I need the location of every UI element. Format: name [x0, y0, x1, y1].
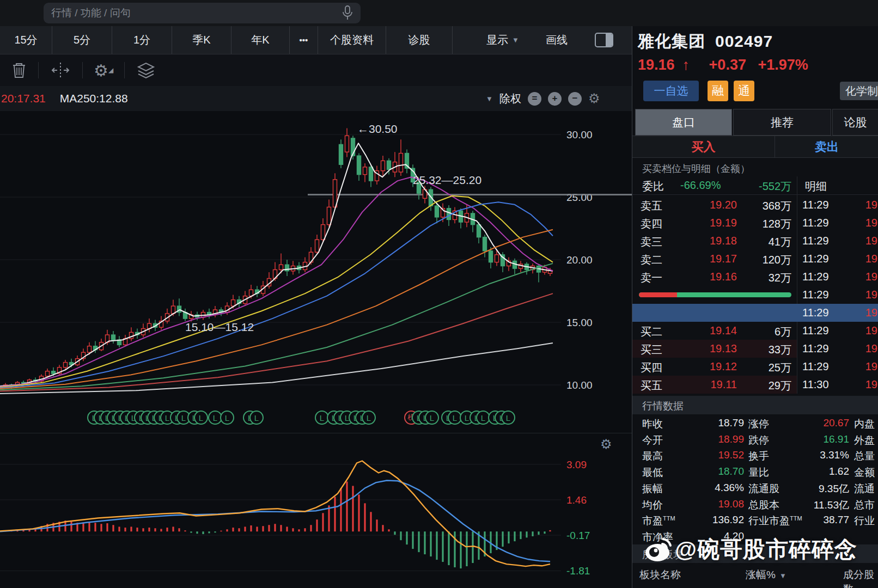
top-bar: 行情 / 功能 / 问句 [0, 0, 878, 26]
trash-icon[interactable] [11, 61, 27, 79]
tab-period-2[interactable]: 5分 [52, 26, 112, 54]
stock-name: 雅化集团 [638, 32, 705, 50]
zoom-out-circle-icon[interactable]: − [568, 92, 582, 106]
industry-tag[interactable]: 化学制 [840, 82, 878, 100]
svg-text:30.00: 30.00 [566, 129, 593, 140]
announcement-l-icon[interactable]: L [362, 411, 376, 425]
announcement-l-icon[interactable]: L [501, 411, 515, 425]
search-input[interactable]: 行情 / 功能 / 问句 [44, 3, 361, 23]
display-dropdown[interactable]: 显示 ▼ [486, 26, 519, 54]
ma120-value: 20:17.31 [1, 92, 46, 105]
trade-tick-row[interactable]: 11:2919 [797, 268, 878, 286]
tab-forum[interactable]: 论股 [832, 109, 878, 136]
trade-action-bar: 买入 卖出 [632, 136, 878, 158]
chevron-down-icon[interactable]: ▼ [486, 95, 493, 103]
quote-data-row: 均价19.08总股本11.53亿总市 [632, 496, 878, 512]
trade-tick-row[interactable]: 11:3019 [797, 376, 878, 394]
display-label: 显示 [486, 33, 508, 47]
quote-data-row: 今开18.99跌停16.91外盘 [632, 431, 878, 448]
sector-column-row: 板块名称 涨幅%▼ 成分股数 [632, 568, 878, 584]
chart-settings-gear-icon[interactable]: ⚙ [588, 91, 600, 106]
bid-level-row[interactable]: 买五19.1129万 [632, 376, 797, 394]
trade-tick-row[interactable]: 11:2919 [797, 196, 878, 214]
quote-data-row: 最高19.52换手3.31%总量 [632, 447, 878, 463]
draw-line-button[interactable]: 画线 [546, 26, 568, 54]
candlestick-chart[interactable]: 30.0025.0020.0015.0010.00←30.5025.32—25.… [0, 111, 632, 405]
bid-level-row[interactable]: 买二19.146万 [632, 322, 797, 340]
remove-watchlist-button[interactable]: 一自选 [643, 81, 699, 101]
ask-level-row[interactable]: 卖一19.1632万 [632, 268, 797, 286]
weibi-row: 委比 -66.69% -552万 明细 [632, 176, 878, 195]
bid-level-row[interactable]: 买三19.1333万 [632, 340, 797, 358]
announcement-l-icon[interactable]: L [425, 411, 439, 425]
chart-toolbar: ⚙◢ [0, 54, 632, 86]
exright-toggle[interactable]: 除权 [499, 91, 521, 106]
ask-level-row[interactable]: 卖五19.20368万 [632, 196, 797, 214]
bid-ask-ratio-bar [639, 292, 791, 297]
connect-badge[interactable]: 通 [734, 81, 754, 101]
buy-button[interactable]: 买入 [632, 136, 775, 157]
svg-text:25.32—25.20: 25.32—25.20 [413, 174, 481, 186]
tab-recommend[interactable]: 推荐 [733, 109, 831, 136]
event-marker-row: LLLLLLLLLLLLLLLLLLLLLLLLLLL榜LLLLLLLLLLL [0, 405, 632, 431]
quote-data-row: 昨收18.79涨停20.67内盘 [632, 415, 878, 431]
tab-period-7[interactable]: 个股资料 [318, 26, 386, 54]
ask-level-row[interactable]: 卖三19.1841万 [632, 232, 797, 250]
macd-panel: 3.091.46-0.17-1.81 ⚙ [0, 433, 632, 588]
tab-period-1[interactable]: 15分 [0, 26, 52, 54]
stock-app-window: 行情 / 功能 / 问句 15分5分1分季K年K•••个股资料诊股 显示 ▼ 画… [0, 0, 878, 588]
zoom-in-circle-icon[interactable]: + [548, 92, 562, 106]
weibi-amount: -552万 [759, 179, 791, 194]
horizontal-expand-icon[interactable] [50, 62, 71, 78]
period-tab-bar: 15分5分1分季K年K•••个股资料诊股 显示 ▼ 画线 [0, 26, 632, 54]
panel-split-icon[interactable] [595, 33, 613, 47]
macd-chart[interactable]: 3.091.46-0.17-1.81 [0, 433, 632, 588]
ma250-value: MA250:12.88 [60, 92, 128, 105]
trade-tick-row[interactable]: 11:2919 [797, 340, 878, 358]
stock-title: 雅化集团002497 [638, 30, 773, 53]
tab-period-6[interactable]: ••• [290, 26, 318, 54]
ask-level-row[interactable]: 卖四19.19128万 [632, 214, 797, 232]
quote-panel: 雅化集团002497 19.16↑ +0.37 +1.97% 一自选 融 通 化… [632, 26, 878, 588]
trade-tick-row[interactable]: 11:2919 [797, 358, 878, 376]
watermark: @碗哥股市碎碎念 [643, 532, 878, 566]
compare-circle-icon[interactable]: = [528, 92, 541, 106]
detail-header[interactable]: 明细 [805, 179, 827, 194]
tab-period-5[interactable]: 年K [231, 26, 290, 54]
sector-col-name[interactable]: 板块名称 [639, 568, 681, 582]
panel-tab-bar: 盘口 推荐 论股 [632, 109, 878, 136]
up-arrow-icon: ↑ [682, 57, 690, 73]
bid-level-row[interactable]: 买四19.1225万 [632, 358, 797, 376]
trade-tick-row[interactable]: 11:2919 [797, 286, 878, 304]
announcement-l-icon[interactable]: L [249, 411, 264, 425]
tab-period-4[interactable]: 季K [172, 26, 231, 54]
announcement-l-icon[interactable]: L [194, 411, 208, 425]
settings-gear-icon[interactable]: ⚙◢ [94, 61, 113, 80]
svg-text:10.00: 10.00 [566, 379, 593, 391]
weibi-pct: -66.69% [680, 179, 721, 192]
trade-tick-row[interactable]: 11:2919 [797, 214, 878, 232]
sector-col-change[interactable]: 涨幅%▼ [746, 568, 786, 582]
trade-tick-row[interactable]: 11:2919 [797, 250, 878, 268]
quote-data-header: 行情数据 [632, 396, 878, 414]
macd-settings-gear-icon[interactable]: ⚙ [600, 437, 612, 452]
sell-button[interactable]: 卖出 [775, 136, 878, 157]
sector-col-count[interactable]: 成分股数 [843, 568, 878, 588]
trade-tick-row[interactable]: 11:2919 [797, 232, 878, 250]
svg-text:←30.50: ←30.50 [357, 122, 398, 135]
microphone-icon[interactable] [342, 5, 353, 21]
svg-text:25.00: 25.00 [566, 192, 593, 203]
margin-badge[interactable]: 融 [708, 81, 728, 101]
tab-period-3[interactable]: 1分 [112, 26, 172, 54]
announcement-l-icon[interactable]: L [220, 411, 234, 425]
trade-tick-row[interactable]: 11:2919 [797, 304, 878, 322]
layers-icon[interactable] [136, 62, 156, 79]
tab-period-8[interactable]: 诊股 [386, 26, 453, 54]
quote-data-row: 最低18.70量比1.62金额 [632, 463, 878, 480]
chevron-down-icon: ▼ [512, 36, 519, 44]
trade-tick-row[interactable]: 11:2919 [797, 322, 878, 340]
tab-order-book[interactable]: 盘口 [635, 109, 732, 136]
ask-level-row[interactable]: 卖二19.17120万 [632, 250, 797, 268]
price-change-pct: +1.97% [758, 57, 808, 73]
svg-text:1.46: 1.46 [566, 494, 587, 506]
